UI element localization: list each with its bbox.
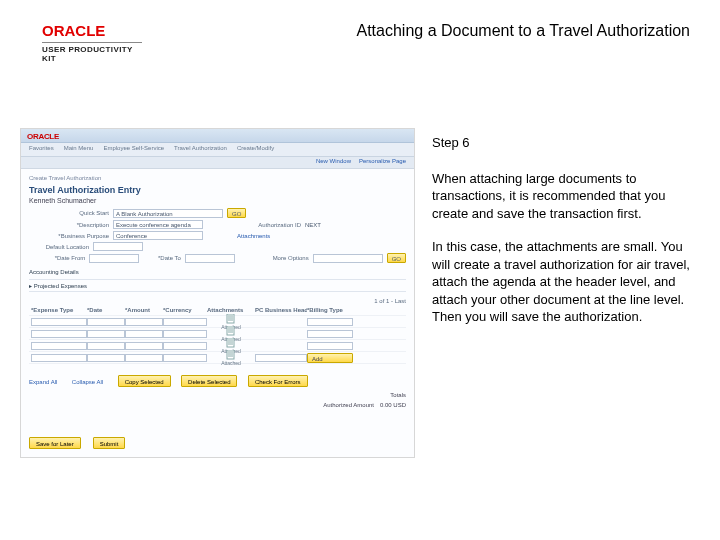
default-loc-label: Default Location <box>29 244 89 250</box>
amount-input[interactable] <box>125 342 163 350</box>
crumb[interactable]: Create/Modify <box>237 145 274 154</box>
delete-selected-button[interactable]: Delete Selected <box>181 375 237 387</box>
col-pc: PC Business Head <box>255 307 307 313</box>
attach-icon[interactable] <box>226 338 236 348</box>
employee-name: Kenneth Schumacher <box>29 197 406 204</box>
copy-selected-button[interactable]: Copy Selected <box>118 375 171 387</box>
biz-purpose-select[interactable]: Conference <box>113 231 203 240</box>
instruction-paragraph: In this case, the attachments are small.… <box>432 238 692 326</box>
col-date: *Date <box>87 307 125 313</box>
currency-input[interactable] <box>163 342 207 350</box>
instruction-paragraph: When attaching large documents to transa… <box>432 170 692 223</box>
crumb[interactable]: Travel Authorization <box>174 145 227 154</box>
expenses-section: ▸ Projected Expenses <box>29 279 406 292</box>
amount-input[interactable] <box>125 354 163 362</box>
slide-header: ORACLE USER PRODUCTIVITY KIT Attaching a… <box>42 22 690 58</box>
currency-input[interactable] <box>163 318 207 326</box>
product-subtitle: USER PRODUCTIVITY KIT <box>42 42 142 63</box>
expenses-toggle[interactable]: ▸ <box>29 283 32 289</box>
go-button[interactable]: GO <box>227 208 246 218</box>
personalize-link[interactable]: Personalize Page <box>359 158 406 167</box>
currency-input[interactable] <box>163 354 207 362</box>
currency-input[interactable] <box>163 330 207 338</box>
collapse-all-link[interactable]: Collapse All <box>72 379 103 385</box>
crumb[interactable]: Employee Self-Service <box>103 145 164 154</box>
check-errors-button[interactable]: Check For Errors <box>248 375 308 387</box>
oracle-logo: ORACLE <box>42 22 142 40</box>
attach-icon[interactable] <box>226 350 236 360</box>
attach-icon[interactable] <box>226 314 236 324</box>
document-title: Attaching a Document to a Travel Authori… <box>356 22 690 40</box>
attach-label: Attached <box>207 360 255 366</box>
go-button-2[interactable]: GO <box>387 253 406 263</box>
crumb[interactable]: Main Menu <box>64 145 94 154</box>
slide: ORACLE USER PRODUCTIVITY KIT Attaching a… <box>0 0 720 540</box>
app-titlebar <box>21 129 414 143</box>
add-line-button[interactable]: Add <box>307 353 353 363</box>
date-input[interactable] <box>87 330 125 338</box>
amount-input[interactable] <box>125 330 163 338</box>
auth-amount-value: 0.00 USD <box>380 402 406 408</box>
biz-purpose-label: *Business Purpose <box>29 233 109 239</box>
app-toolbar: New Window Personalize Page <box>21 157 414 169</box>
date-input[interactable] <box>87 354 125 362</box>
submit-button[interactable]: Submit <box>93 437 126 449</box>
billing-input[interactable] <box>307 342 353 350</box>
billing-input[interactable] <box>307 318 353 326</box>
authid-value: NEXT <box>305 222 321 228</box>
amount-input[interactable] <box>125 318 163 326</box>
more-options-label: More Options <box>262 255 309 261</box>
attach-icon[interactable] <box>226 326 236 336</box>
date-to-label: *Date To <box>143 255 181 261</box>
col-attachments: Attachments <box>207 307 255 313</box>
date-from-input[interactable] <box>89 254 139 263</box>
exp-type-input[interactable] <box>31 330 87 338</box>
exp-type-input[interactable] <box>31 318 87 326</box>
authid-label: Authorization ID <box>241 222 301 228</box>
more-options-select[interactable] <box>313 254 383 263</box>
accounting-details: Accounting Details <box>29 269 406 275</box>
date-input[interactable] <box>87 342 125 350</box>
col-amount: *Amount <box>125 307 163 313</box>
app-screenshot: ORACLE Favorites Main Menu Employee Self… <box>20 128 415 458</box>
step-number: Step 6 <box>432 134 692 152</box>
col-currency: *Currency <box>163 307 207 313</box>
totals-label: Totals <box>390 392 406 398</box>
quick-start-select[interactable]: A Blank Authorization <box>113 209 223 218</box>
crumb[interactable]: Favorites <box>29 145 54 154</box>
save-later-button[interactable]: Save for Later <box>29 437 81 449</box>
description-input[interactable]: Execute conference agenda <box>113 220 203 229</box>
date-input[interactable] <box>87 318 125 326</box>
footer-actions: Save for Later Submit <box>29 437 406 449</box>
col-billing: *Billing Type <box>307 307 353 313</box>
brand-block: ORACLE USER PRODUCTIVITY KIT <box>42 22 142 63</box>
totals-row: Totals <box>29 392 406 398</box>
exp-type-input[interactable] <box>31 342 87 350</box>
table-row: Attached Add <box>29 352 406 364</box>
col-expense-type: *Expense Type <box>29 307 87 313</box>
instruction-panel: Step 6 When attaching large documents to… <box>432 134 692 342</box>
exp-type-input[interactable] <box>31 354 87 362</box>
date-to-input[interactable] <box>185 254 235 263</box>
page-crumb: Create Travel Authorization <box>29 175 406 181</box>
page-title: Travel Authorization Entry <box>29 185 406 195</box>
app-body: Create Travel Authorization Travel Autho… <box>21 169 414 457</box>
expand-all-link[interactable]: Expand All <box>29 379 57 385</box>
date-from-label: *Date From <box>29 255 85 261</box>
pc-input[interactable] <box>255 354 307 362</box>
quick-start-label: Quick Start <box>29 210 109 216</box>
app-logo: ORACLE <box>27 132 59 141</box>
default-loc-input[interactable] <box>93 242 143 251</box>
billing-input[interactable] <box>307 330 353 338</box>
attachments-link[interactable]: Attachments <box>237 233 270 239</box>
svg-text:ORACLE: ORACLE <box>42 22 105 39</box>
auth-amount-label: Authorized Amount <box>323 402 374 408</box>
breadcrumb-bar: Favorites Main Menu Employee Self-Servic… <box>21 143 414 157</box>
new-window-link[interactable]: New Window <box>316 158 351 167</box>
description-label: *Description <box>29 222 109 228</box>
